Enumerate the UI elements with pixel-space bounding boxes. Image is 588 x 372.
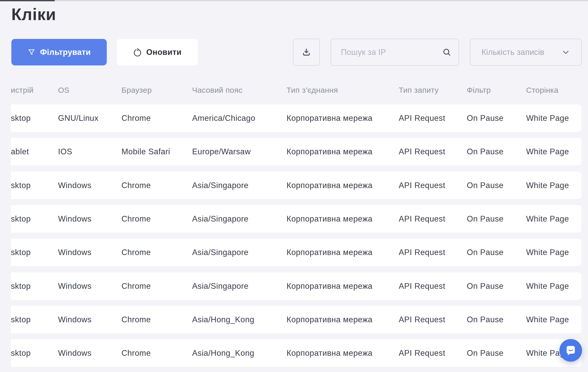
cell-browser: Chrome: [121, 306, 151, 333]
clicks-page: Кліки Фільтрувати Оновити Кількість запи…: [0, 0, 588, 372]
cell-filter: On Pause: [467, 306, 504, 333]
cell-request-type: API Request: [399, 205, 445, 233]
cell-os: Windows: [58, 172, 92, 199]
cell-request-type: API Request: [399, 272, 445, 300]
cell-timezone: Asia/Hong_Kong: [192, 306, 254, 333]
table-row[interactable]: abletIOSMobile SafariEurope/WarsawКорпор…: [11, 138, 582, 165]
cell-device: sktop: [11, 104, 31, 132]
cell-device: sktop: [11, 339, 31, 367]
cell-request-type: API Request: [399, 104, 445, 132]
cell-browser: Chrome: [121, 205, 151, 233]
cell-connection-type: Корпоративна мережа: [287, 138, 372, 165]
cell-request-type: API Request: [399, 339, 445, 367]
cell-request-type: API Request: [399, 306, 445, 333]
clicks-table-body: sktopGNU/LinuxChromeAmerica/ChicagoКорпо…: [0, 0, 588, 372]
cell-browser: Chrome: [121, 239, 151, 266]
cell-timezone: Asia/Hong_Kong: [192, 339, 254, 367]
cell-timezone: Asia/Singapore: [192, 205, 249, 233]
cell-timezone: Europe/Warsaw: [192, 138, 251, 165]
cell-device: sktop: [11, 239, 31, 266]
cell-browser: Chrome: [121, 104, 151, 132]
cell-timezone: America/Chicago: [192, 104, 255, 132]
table-row[interactable]: sktopWindowsChromeAsia/SingaporeКорпорат…: [11, 172, 582, 199]
cell-connection-type: Корпоративна мережа: [287, 205, 372, 233]
cell-timezone: Asia/Singapore: [192, 239, 249, 266]
cell-page: White Page: [526, 172, 569, 199]
cell-device: sktop: [11, 272, 31, 300]
cell-request-type: API Request: [399, 138, 445, 165]
cell-os: Windows: [58, 205, 92, 233]
cell-device: sktop: [11, 306, 31, 333]
table-row[interactable]: sktopWindowsChromeAsia/SingaporeКорпорат…: [11, 272, 582, 300]
table-row[interactable]: sktopGNU/LinuxChromeAmerica/ChicagoКорпо…: [11, 104, 582, 132]
cell-timezone: Asia/Singapore: [192, 272, 249, 300]
cell-browser: Mobile Safari: [121, 138, 170, 165]
chat-bubble-icon: [565, 344, 577, 357]
table-row[interactable]: sktopWindowsChromeAsia/SingaporeКорпорат…: [11, 239, 582, 266]
cell-browser: Chrome: [121, 272, 151, 300]
table-row[interactable]: sktopWindowsChromeAsia/Hong_KongКорпорат…: [11, 339, 582, 367]
cell-connection-type: Корпоративна мережа: [287, 104, 372, 132]
cell-os: Windows: [58, 339, 92, 367]
cell-filter: On Pause: [467, 104, 504, 132]
cell-request-type: API Request: [399, 172, 445, 199]
cell-filter: On Pause: [467, 172, 504, 199]
cell-os: GNU/Linux: [58, 104, 99, 132]
cell-filter: On Pause: [467, 339, 504, 367]
cell-device: sktop: [11, 172, 31, 199]
cell-os: Windows: [58, 272, 92, 300]
chat-launcher-button[interactable]: [559, 339, 582, 362]
cell-browser: Chrome: [121, 339, 151, 367]
cell-page: White Page: [526, 306, 569, 333]
cell-connection-type: Корпоративна мережа: [287, 272, 372, 300]
cell-device: sktop: [11, 205, 31, 233]
cell-request-type: API Request: [399, 239, 445, 266]
cell-connection-type: Корпоративна мережа: [287, 306, 372, 333]
cell-connection-type: Корпоративна мережа: [287, 239, 372, 266]
cell-os: IOS: [58, 138, 72, 165]
cell-device: ablet: [11, 138, 29, 165]
cell-page: White Page: [526, 138, 569, 165]
cell-connection-type: Корпоративна мережа: [287, 339, 372, 367]
cell-browser: Chrome: [121, 172, 151, 199]
table-row[interactable]: sktopWindowsChromeAsia/SingaporeКорпорат…: [11, 205, 582, 233]
table-row[interactable]: sktopWindowsChromeAsia/Hong_KongКорпорат…: [11, 306, 582, 333]
cell-connection-type: Корпоративна мережа: [287, 172, 372, 199]
cell-filter: On Pause: [467, 205, 504, 233]
cell-os: Windows: [58, 306, 92, 333]
cell-page: White Page: [526, 205, 569, 233]
cell-page: White Page: [526, 272, 569, 300]
cell-filter: On Pause: [467, 138, 504, 165]
cell-os: Windows: [58, 239, 92, 266]
cell-filter: On Pause: [467, 239, 504, 266]
cell-filter: On Pause: [467, 272, 504, 300]
cell-page: White Page: [526, 104, 569, 132]
cell-timezone: Asia/Singapore: [192, 172, 249, 199]
cell-page: White Page: [526, 239, 569, 266]
